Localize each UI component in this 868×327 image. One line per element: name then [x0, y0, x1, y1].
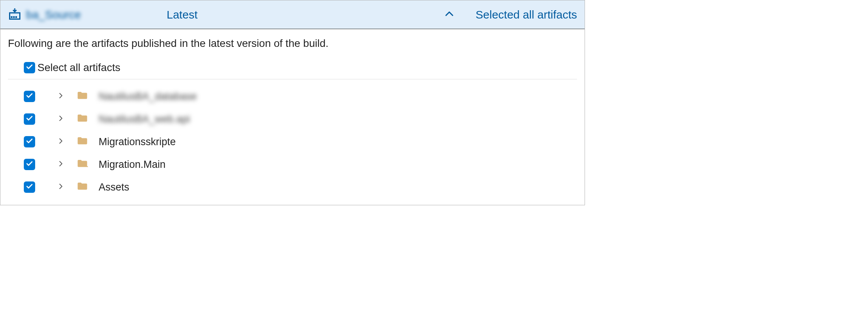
chevron-up-icon [444, 8, 455, 21]
chevron-right-icon [57, 183, 64, 191]
artifact-checkbox[interactable] [24, 113, 35, 125]
artifact-tree: NautilusBA_database NautilusBA_web.api [8, 90, 577, 194]
tree-row: Migration.Main [24, 158, 577, 171]
svg-rect-1 [11, 16, 13, 18]
checkmark-icon [26, 137, 33, 146]
folder-icon [77, 90, 88, 103]
tree-row: NautilusBA_web.api [24, 113, 577, 126]
artifact-checkbox[interactable] [24, 181, 35, 193]
checkmark-icon [26, 63, 33, 72]
description-text: Following are the artifacts published in… [8, 37, 577, 50]
select-all-checkbox[interactable] [24, 62, 35, 73]
header-source: ba_Source [8, 7, 167, 22]
folder-name: NautilusBA_database [99, 91, 197, 102]
expand-toggle[interactable] [56, 160, 66, 169]
expand-toggle[interactable] [56, 138, 66, 146]
artifact-content: Following are the artifacts published in… [0, 29, 585, 205]
chevron-right-icon [57, 138, 64, 146]
folder-name: Migration.Main [99, 159, 166, 170]
checkmark-icon [26, 92, 33, 101]
checkmark-icon [26, 115, 33, 124]
svg-rect-0 [10, 13, 20, 19]
artifact-header[interactable]: ba_Source Latest Selected all artifacts [0, 0, 585, 29]
artifact-panel: ba_Source Latest Selected all artifacts … [0, 0, 585, 205]
artifact-checkbox[interactable] [24, 136, 35, 147]
folder-name: Migrationsskripte [99, 136, 176, 148]
folder-icon [77, 181, 88, 194]
source-name: ba_Source [26, 8, 81, 21]
select-all-label: Select all artifacts [37, 62, 120, 74]
tree-row: NautilusBA_database [24, 90, 577, 103]
expand-toggle[interactable] [56, 115, 66, 123]
select-all-row: Select all artifacts [8, 62, 577, 79]
tree-row: Migrationsskripte [24, 135, 577, 148]
folder-icon [77, 135, 88, 148]
chevron-right-icon [57, 92, 64, 101]
folder-name: Assets [99, 181, 129, 193]
folder-icon [77, 113, 88, 126]
collapse-toggle[interactable] [423, 8, 476, 21]
chevron-right-icon [57, 160, 64, 169]
selection-status: Selected all artifacts [476, 8, 577, 21]
expand-toggle[interactable] [56, 92, 66, 101]
folder-icon [77, 158, 88, 171]
checkmark-icon [26, 183, 33, 192]
chevron-right-icon [57, 115, 64, 123]
artifact-checkbox[interactable] [24, 91, 35, 102]
folder-name: NautilusBA_web.api [99, 113, 190, 125]
artifact-checkbox[interactable] [24, 159, 35, 170]
svg-rect-3 [15, 16, 17, 18]
expand-toggle[interactable] [56, 183, 66, 191]
checkmark-icon [26, 160, 33, 169]
svg-rect-2 [13, 16, 15, 18]
tree-row: Assets [24, 181, 577, 194]
version-label: Latest [167, 8, 423, 21]
build-icon [8, 7, 22, 22]
